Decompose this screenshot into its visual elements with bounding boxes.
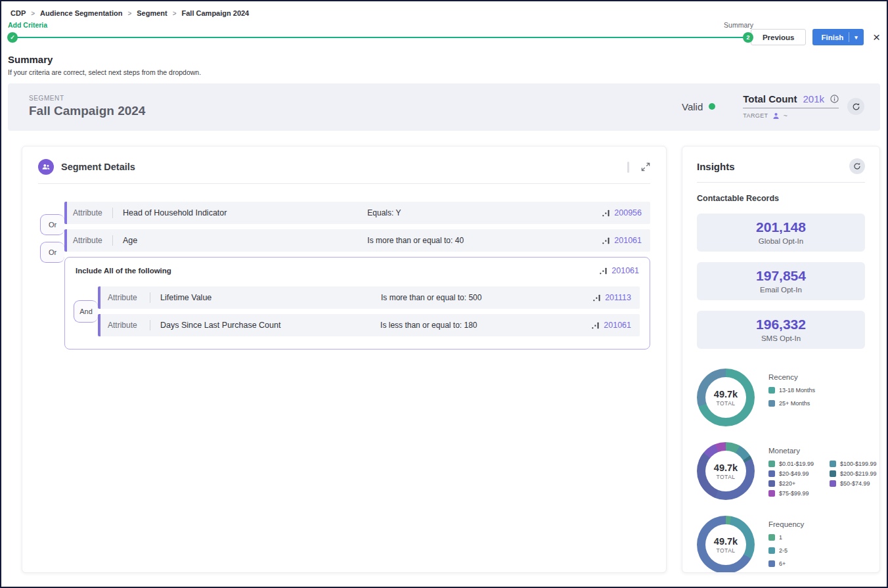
legend-label: $100-$199.99 xyxy=(840,461,877,467)
total-count-block: Total Count 201k TARGET ~ xyxy=(743,93,864,120)
stat-email-opt-in: 197,854 Email Opt-In xyxy=(697,262,865,300)
close-icon[interactable]: × xyxy=(873,31,880,43)
criteria-divider xyxy=(150,292,150,303)
total-count-value[interactable]: 201k xyxy=(803,93,824,104)
contactable-records-label: Contactable Records xyxy=(697,194,865,203)
connector-or-2: Or xyxy=(40,242,64,263)
insights-card: Insights Contactable Records 201,148 Glo… xyxy=(682,146,880,573)
criteria-type-label: Attribute xyxy=(73,236,110,245)
donut-center: 49.7k TOTAL xyxy=(705,524,746,565)
legend-item: $20-$49.99 xyxy=(768,470,823,477)
segment-details-controls xyxy=(627,162,650,173)
chevron-down-icon[interactable]: ▾ xyxy=(855,34,858,41)
legend-label: 13-18 Months xyxy=(779,387,815,394)
previous-button[interactable]: Previous xyxy=(751,29,807,45)
recency-donut-chart[interactable]: 49.7k TOTAL xyxy=(697,369,755,426)
criteria-condition: Is more than or equal to: 500 xyxy=(381,293,593,302)
legend-item: $220+ xyxy=(768,480,823,487)
criteria-type-label: Attribute xyxy=(108,321,147,330)
refresh-count-button[interactable] xyxy=(847,98,864,115)
criteria-group-rows: Attribute Lifetime Value Is more than or… xyxy=(98,286,640,336)
segment-eyebrow: SEGMENT xyxy=(29,95,145,102)
legend-title: Monetary xyxy=(768,447,880,455)
page-head: Summary If your criteria are correct, se… xyxy=(1,47,887,76)
frequency-donut-chart[interactable]: 49.7k TOTAL xyxy=(697,516,755,573)
breadcrumb: CDP > Audience Segmentation > Segment > … xyxy=(1,1,887,17)
refresh-insights-button[interactable] xyxy=(849,158,865,174)
donut-center: 49.7k TOTAL xyxy=(705,451,746,491)
stat-value: 196,332 xyxy=(701,317,861,332)
criteria-tree: Attribute Head of Household Indicator Eq… xyxy=(38,202,650,350)
criteria-condition: Equals: Y xyxy=(367,208,602,217)
criteria-type-label: Attribute xyxy=(73,208,110,217)
breadcrumb-item-fall-campaign[interactable]: Fall Campaign 2024 xyxy=(182,9,250,17)
target-value: ~ xyxy=(784,112,788,120)
criteria-count-value: 201061 xyxy=(611,266,639,275)
legend-swatch-icon xyxy=(768,490,775,497)
legend-swatch-icon xyxy=(830,480,836,487)
legend-swatch-icon xyxy=(768,400,775,407)
criteria-count[interactable]: 200956 xyxy=(602,208,642,217)
stat-value: 197,854 xyxy=(701,268,861,284)
criteria-count[interactable]: 201061 xyxy=(592,321,631,330)
legend-label: 1 xyxy=(779,534,782,541)
target-label: TARGET xyxy=(743,112,768,119)
legend-swatch-icon xyxy=(830,461,836,467)
criteria-row-lifetime-value: Attribute Lifetime Value Is more than or… xyxy=(98,286,640,309)
expand-icon[interactable] xyxy=(641,162,650,171)
legend-items: 12-56+ xyxy=(768,534,804,570)
count-chart-icon xyxy=(602,237,610,244)
breadcrumb-item-audience-segmentation[interactable]: Audience Segmentation xyxy=(40,9,122,17)
step-add-criteria-label: Add Criteria xyxy=(8,21,47,29)
refresh-icon xyxy=(853,162,861,170)
legend-item: 1 xyxy=(768,534,804,541)
breadcrumb-item-segment[interactable]: Segment xyxy=(137,9,167,17)
count-chart-icon xyxy=(600,267,607,275)
legend-item: 2-5 xyxy=(768,547,804,554)
legend-label: $200-$219.99 xyxy=(840,470,877,477)
step-summary-circle[interactable]: 2 xyxy=(743,32,753,43)
legend-swatch-icon xyxy=(830,470,836,477)
criteria-row-head-of-household: Attribute Head of Household Indicator Eq… xyxy=(64,202,650,224)
segment-details-header: Segment Details xyxy=(38,159,650,175)
criteria-divider xyxy=(112,208,113,218)
legend-swatch-icon xyxy=(768,387,775,394)
legend-swatch-icon xyxy=(768,470,775,477)
info-icon[interactable] xyxy=(830,95,839,103)
legend-item: $0.01-$19.99 xyxy=(768,461,823,467)
status-badge: Valid xyxy=(682,101,715,112)
donut-row-frequency: 49.7k TOTAL Frequency 12-56+ xyxy=(697,516,865,573)
breadcrumb-item-cdp[interactable]: CDP xyxy=(11,9,26,17)
legend-item: 6+ xyxy=(768,560,804,567)
criteria-count[interactable]: 201061 xyxy=(602,236,642,245)
criteria-count-value: 201061 xyxy=(614,236,642,245)
criteria-attribute-name: Head of Household Indicator xyxy=(123,208,367,217)
donut-center: 49.7k TOTAL xyxy=(705,377,746,418)
legend-item: $100-$199.99 xyxy=(830,461,880,467)
stepper-progress-line xyxy=(13,37,745,38)
legend-item: $200-$219.99 xyxy=(830,470,880,477)
criteria-group: Include All of the following 201061 Attr… xyxy=(64,257,650,350)
finish-button[interactable]: Finish ▾ xyxy=(812,29,863,45)
criteria-divider xyxy=(112,235,113,246)
criteria-count[interactable]: 201113 xyxy=(593,293,631,302)
donut-total-value: 49.7k xyxy=(714,389,738,399)
step-add-criteria-check-icon[interactable]: ✓ xyxy=(7,32,18,43)
legend-label: $220+ xyxy=(779,480,795,487)
segment-details-title: Segment Details xyxy=(61,162,135,172)
criteria-group-count[interactable]: 201061 xyxy=(600,266,639,275)
count-chart-icon xyxy=(593,294,600,302)
total-count-line: Total Count 201k xyxy=(743,93,839,108)
legend-swatch-icon xyxy=(768,534,775,541)
segment-banner-right: Valid Total Count 201k TARGET xyxy=(682,93,864,120)
person-icon[interactable] xyxy=(772,112,780,120)
total-count-label: Total Count xyxy=(743,93,797,104)
legend-label: 2-5 xyxy=(779,547,788,554)
segment-banner-left: SEGMENT Fall Campaign 2024 xyxy=(29,95,145,118)
header-divider xyxy=(627,162,629,173)
monetary-donut-chart[interactable]: 49.7k TOTAL xyxy=(697,442,755,500)
legend-label: 25+ Months xyxy=(779,400,810,407)
legend-label: $20-$49.99 xyxy=(779,470,809,477)
legend-swatch-icon xyxy=(768,461,775,467)
stat-global-opt-in: 201,148 Global Opt-In xyxy=(697,214,865,252)
